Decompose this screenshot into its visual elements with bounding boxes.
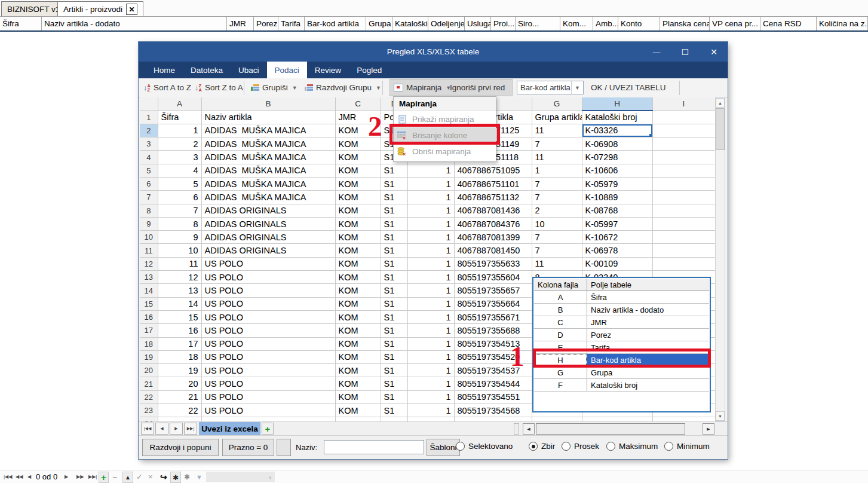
cell-I8[interactable] [652,204,715,217]
row-header-17[interactable]: 17 [140,324,158,337]
column-letter-G[interactable]: G [532,97,582,111]
cell-B23[interactable]: US POLO [201,404,335,417]
cell-I5[interactable] [652,164,715,177]
cell-G6[interactable]: 7 [532,177,582,190]
radio-minimum[interactable]: Minimum [664,442,710,451]
ribbon-tab-datoteka[interactable]: Datoteka [183,62,231,78]
cell-F17[interactable]: 8055197355688 [454,324,532,337]
ignore-first-row-button[interactable]: Ignoriši prvi red [450,78,505,97]
scroll-up-icon[interactable]: ▲ [716,98,725,108]
cell-B12[interactable]: US POLO [201,257,335,270]
radio-maksimum[interactable]: Maksimum [606,442,658,451]
cell-H1[interactable]: Kataloški broj [582,111,652,124]
cell-C7[interactable]: KOM [335,191,381,204]
next-sheet-icon[interactable]: ▶ [170,423,183,435]
cell-E14[interactable]: 1 [407,284,454,297]
cell-C24[interactable] [335,417,381,421]
cell-F10[interactable]: 4067887081399 [454,231,532,244]
cell-D22[interactable]: S1 [381,390,407,403]
cell-G12[interactable]: 11 [532,257,582,270]
mapping-field[interactable]: JMR [587,316,709,329]
row-header-6[interactable]: 6 [140,177,158,190]
cell-C18[interactable]: KOM [335,337,381,350]
cell-E5[interactable]: 1 [407,164,454,177]
cell-G7[interactable]: 7 [532,191,582,204]
cell-A14[interactable]: 13 [158,284,201,297]
cell-D23[interactable]: S1 [381,404,407,417]
ribbon-tab-home[interactable]: Home [146,62,183,78]
cell-C9[interactable]: KOM [335,217,381,230]
cell-F9[interactable]: 4067887084376 [454,217,532,230]
dialog-titlebar[interactable]: Pregled XLS/XLSX tabele — ☐ ✕ [139,42,728,62]
close-icon[interactable]: ✕ [126,4,137,15]
cell-B16[interactable]: US POLO [201,310,335,323]
cell-E18[interactable]: 1 [407,337,454,350]
vertical-scrollbar-thumb[interactable] [716,108,725,150]
cell-B13[interactable]: US POLO [201,271,335,284]
ribbon-tab-podaci[interactable]: Podaci [267,62,307,78]
row-header-21[interactable]: 21 [140,377,158,390]
radio-prosek[interactable]: Prosek [562,442,599,451]
mapping-file-column[interactable]: C [534,316,587,329]
add-sheet-button[interactable]: + [262,423,274,435]
row-header-18[interactable]: 18 [140,337,158,350]
row-header-23[interactable]: 23 [140,404,158,417]
cell-D8[interactable]: S1 [381,204,407,217]
cell-B10[interactable]: ADIDAS ORIGINALS [201,231,335,244]
cell-F19[interactable]: 8055197354520 [454,350,532,363]
cell-H12[interactable]: K-00109 [582,257,652,270]
cell-C23[interactable]: KOM [335,404,381,417]
grid-header--ifra[interactable]: Šifra [0,17,42,30]
first-sheet-icon[interactable]: |◀◀ [141,423,154,435]
cell-F12[interactable]: 8055197355633 [454,257,532,270]
cell-H11[interactable]: K-06978 [582,244,652,257]
cell-I24[interactable] [652,417,715,421]
cell-D11[interactable]: S1 [381,244,407,257]
row-header-9[interactable]: 9 [140,217,158,230]
cell-D10[interactable]: S1 [381,231,407,244]
cell-B5[interactable]: ADIDAS MUŠKA MAJICA [201,164,335,177]
grid-header-tarifa[interactable]: Tarifa [278,17,305,30]
row-header-12[interactable]: 12 [140,257,158,270]
grid-header-bar-kod-artikla[interactable]: Bar-kod artikla [305,17,366,30]
row-header-5[interactable]: 5 [140,164,158,177]
cell-G11[interactable]: 7 [532,244,582,257]
cell-G24[interactable] [532,417,582,421]
cell-E17[interactable]: 1 [407,324,454,337]
cell-C19[interactable]: KOM [335,350,381,363]
grid-header-kom-[interactable]: Kom... [560,17,593,30]
cell-I12[interactable] [652,257,715,270]
cell-B6[interactable]: ADIDAS MUŠKA MAJICA [201,177,335,190]
cell-A7[interactable]: 6 [158,191,201,204]
cell-A16[interactable]: 15 [158,310,201,323]
mapping-file-column[interactable]: F [534,379,587,392]
next-icon[interactable]: ▶ [63,472,70,482]
grid-header-katalo-ki-[interactable]: Kataloški... [392,17,428,30]
ribbon-tab-pogled[interactable]: Pogled [349,62,389,78]
cell-D7[interactable]: S1 [381,191,407,204]
grid-header-grupa[interactable]: Grupa [366,17,392,30]
cell-E15[interactable]: 1 [407,297,454,310]
cell-F21[interactable]: 8055197354544 [454,377,532,390]
cell-F23[interactable]: 8055197354568 [454,404,532,417]
radio-selektovano[interactable]: Selektovano [456,442,513,451]
cell-I9[interactable] [652,217,715,230]
last-icon[interactable]: ▶▶| [87,472,99,482]
column-letter-I[interactable]: I [652,97,715,111]
cell-G10[interactable]: 7 [532,231,582,244]
mapping-field[interactable]: Šifra [587,291,709,304]
row-header-11[interactable]: 11 [140,244,158,257]
cell-C11[interactable]: KOM [335,244,381,257]
cell-A12[interactable]: 11 [158,257,201,270]
cell-C22[interactable]: KOM [335,390,381,403]
cell-C16[interactable]: KOM [335,310,381,323]
cell-B9[interactable]: ADIDAS ORIGINALS [201,217,335,230]
cell-C3[interactable]: KOM [335,137,381,151]
horizontal-scrollbar-thumb[interactable] [536,423,685,435]
cell-G5[interactable]: 1 [532,164,582,177]
cell-E20[interactable]: 1 [407,364,454,377]
cell-G1[interactable]: Grupa artikla [532,111,582,124]
column-letter-C[interactable]: C [335,97,381,111]
cell-E22[interactable]: 1 [407,390,454,403]
cell-I3[interactable] [652,137,715,151]
